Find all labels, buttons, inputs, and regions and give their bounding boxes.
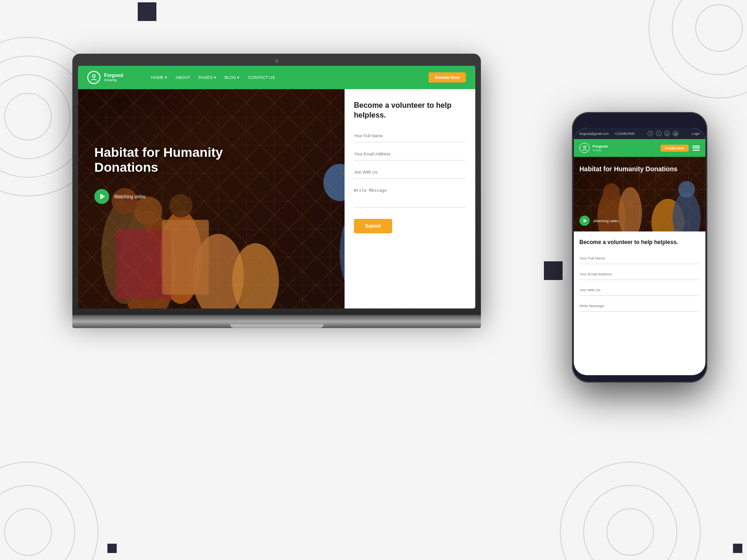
form-email-input[interactable] <box>354 148 466 161</box>
pinterest-icon[interactable]: p <box>664 131 670 136</box>
form-title: Become a volunteer to help helpless. <box>354 101 466 120</box>
phone-watch-video[interactable]: Watching video <box>579 216 619 226</box>
phone-donate-button[interactable]: Donate Now <box>661 145 689 152</box>
laptop-base <box>72 315 481 328</box>
phone-logo-icon <box>579 143 590 153</box>
watch-label: Watching video <box>114 194 146 199</box>
phone-form-message-input[interactable] <box>579 301 700 312</box>
menu-home[interactable]: HOME ▾ <box>151 75 168 80</box>
laptop-mockup: Forgood Charity HOME ▾ ABOUT PAGES ▾ BLO… <box>72 54 481 334</box>
phone-login[interactable]: Login <box>692 132 700 135</box>
svg-point-13 <box>92 75 95 77</box>
svg-point-32 <box>584 146 586 148</box>
laptop-hero-text: Habitat for Humanity Donations Watching … <box>94 145 234 204</box>
phone-email: forgood@gmail.com <box>579 132 609 135</box>
instagram-icon[interactable]: @ <box>673 131 678 136</box>
laptop-volunteer-form: Become a volunteer to help helpless. Sub… <box>345 89 475 308</box>
phone-logo-text: Forgood Charity <box>592 144 607 152</box>
phone-form-fullname-input[interactable] <box>579 253 700 264</box>
menu-blog[interactable]: BLOG ▾ <box>225 75 240 80</box>
deco-square-1 <box>138 2 156 21</box>
twitter-icon[interactable]: t <box>656 131 662 136</box>
phone-play-button[interactable] <box>579 216 590 226</box>
laptop-donate-button[interactable]: Donate Now <box>429 72 466 83</box>
laptop-navbar: Forgood Charity HOME ▾ ABOUT PAGES ▾ BLO… <box>78 66 475 89</box>
svg-point-6 <box>649 0 747 98</box>
phone-contact-info: forgood@gmail.com +1234567899 <box>579 132 634 135</box>
svg-point-0 <box>5 93 51 140</box>
menu-about[interactable]: ABOUT <box>176 75 190 80</box>
svg-point-7 <box>5 509 51 555</box>
phone-mockup: forgood@gmail.com +1234567899 f t p @ Lo… <box>572 112 707 383</box>
phone-hero-title: Habitat for Humanity Donations <box>579 165 677 173</box>
phone-screen: forgood@gmail.com +1234567899 f t p @ Lo… <box>574 128 705 375</box>
deco-square-4 <box>733 544 742 553</box>
laptop-base-center <box>230 323 324 328</box>
logo-icon <box>87 71 100 84</box>
phone-hero: Habitat for Humanity Donations Watching … <box>574 157 705 231</box>
deco-square-3 <box>107 544 117 553</box>
phone-form-joinwith-input[interactable] <box>579 285 700 296</box>
form-joinwith-input[interactable] <box>354 166 466 179</box>
deco-circles-bottomright <box>546 397 710 560</box>
deco-circles-bottomleft <box>0 420 140 560</box>
form-message-textarea[interactable] <box>354 184 466 208</box>
play-button[interactable] <box>94 189 109 204</box>
form-fullname-input[interactable] <box>354 130 466 142</box>
phone-number: +1234567899 <box>614 132 634 135</box>
hamburger-line-1 <box>692 146 700 147</box>
hamburger-menu-icon[interactable] <box>692 146 700 151</box>
menu-pages[interactable]: PAGES ▾ <box>198 75 216 80</box>
menu-contact[interactable]: CONTACT US <box>248 75 275 80</box>
logo-text: Forgood Charity <box>104 73 123 82</box>
svg-point-5 <box>672 0 747 75</box>
svg-point-11 <box>584 485 677 560</box>
svg-point-10 <box>607 509 654 555</box>
laptop-hero-title: Habitat for Humanity Donations <box>94 145 234 175</box>
phone-logo: Forgood Charity <box>579 143 607 153</box>
laptop-hero: Habitat for Humanity Donations Watching … <box>78 89 475 308</box>
deco-square-2 <box>544 261 563 280</box>
phone-navbar: Forgood Charity Donate Now <box>574 139 705 157</box>
hamburger-line-2 <box>692 147 700 148</box>
svg-point-12 <box>560 462 700 560</box>
laptop-watch-video[interactable]: Watching video <box>94 189 234 204</box>
phone-notch <box>621 117 658 126</box>
phone-topbar: forgood@gmail.com +1234567899 f t p @ Lo… <box>574 128 705 139</box>
phone-social: f t p @ <box>648 131 678 136</box>
svg-point-8 <box>0 485 75 560</box>
laptop-menu: HOME ▾ ABOUT PAGES ▾ BLOG ▾ CONTACT US <box>151 75 410 80</box>
phone-nav-right: Donate Now <box>661 145 700 152</box>
phone-watch-label: Watching video <box>593 219 619 223</box>
facebook-icon[interactable]: f <box>648 131 653 136</box>
phone-volunteer-form: Become a volunteer to help helpless. <box>574 231 705 324</box>
svg-point-1 <box>0 75 70 159</box>
form-submit-button[interactable]: Submit <box>354 219 392 233</box>
phone-form-email-input[interactable] <box>579 269 700 280</box>
laptop-screen: Forgood Charity HOME ▾ ABOUT PAGES ▾ BLO… <box>78 66 475 308</box>
phone-form-title: Become a volunteer to help helpless. <box>579 239 700 246</box>
hamburger-line-3 <box>692 150 700 151</box>
laptop-body: Forgood Charity HOME ▾ ABOUT PAGES ▾ BLO… <box>72 54 481 315</box>
laptop-camera <box>275 59 279 63</box>
svg-point-4 <box>696 5 742 51</box>
laptop-logo: Forgood Charity <box>87 71 123 84</box>
phone-body: forgood@gmail.com +1234567899 f t p @ Lo… <box>572 112 707 383</box>
svg-point-9 <box>0 462 98 560</box>
